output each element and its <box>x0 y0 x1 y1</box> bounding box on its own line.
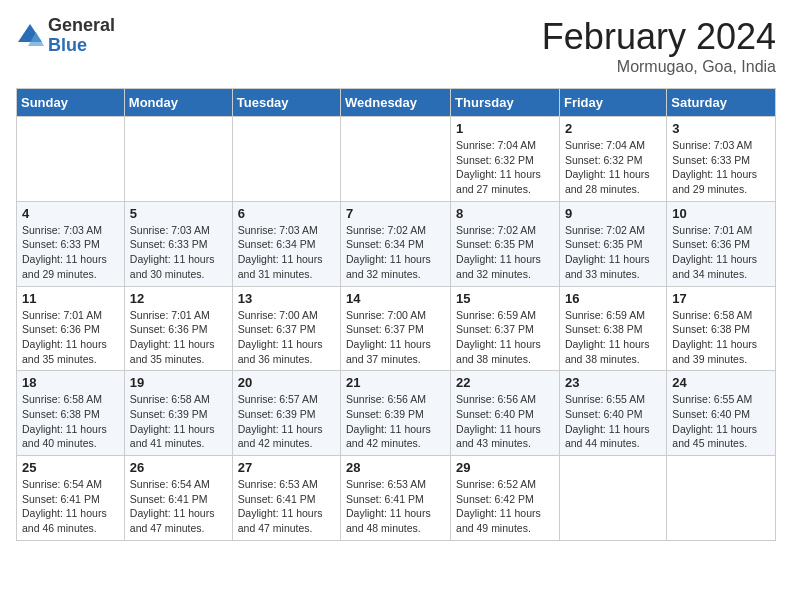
calendar-cell: 22Sunrise: 6:56 AMSunset: 6:40 PMDayligh… <box>451 371 560 456</box>
day-number: 9 <box>565 206 661 221</box>
calendar-cell: 20Sunrise: 6:57 AMSunset: 6:39 PMDayligh… <box>232 371 340 456</box>
day-info: Sunrise: 7:02 AMSunset: 6:35 PMDaylight:… <box>565 223 661 282</box>
calendar-cell: 25Sunrise: 6:54 AMSunset: 6:41 PMDayligh… <box>17 456 125 541</box>
day-number: 14 <box>346 291 445 306</box>
day-number: 26 <box>130 460 227 475</box>
calendar-cell: 8Sunrise: 7:02 AMSunset: 6:35 PMDaylight… <box>451 201 560 286</box>
calendar-cell <box>341 117 451 202</box>
day-info: Sunrise: 6:59 AMSunset: 6:38 PMDaylight:… <box>565 308 661 367</box>
logo-general: General <box>48 16 115 36</box>
day-number: 12 <box>130 291 227 306</box>
day-info: Sunrise: 6:53 AMSunset: 6:41 PMDaylight:… <box>238 477 335 536</box>
day-number: 5 <box>130 206 227 221</box>
day-info: Sunrise: 6:56 AMSunset: 6:40 PMDaylight:… <box>456 392 554 451</box>
day-info: Sunrise: 6:54 AMSunset: 6:41 PMDaylight:… <box>22 477 119 536</box>
day-number: 1 <box>456 121 554 136</box>
calendar-cell <box>17 117 125 202</box>
calendar-cell: 24Sunrise: 6:55 AMSunset: 6:40 PMDayligh… <box>667 371 776 456</box>
day-info: Sunrise: 7:03 AMSunset: 6:33 PMDaylight:… <box>130 223 227 282</box>
calendar-week-row: 11Sunrise: 7:01 AMSunset: 6:36 PMDayligh… <box>17 286 776 371</box>
day-info: Sunrise: 6:54 AMSunset: 6:41 PMDaylight:… <box>130 477 227 536</box>
day-number: 19 <box>130 375 227 390</box>
weekday-header-thursday: Thursday <box>451 89 560 117</box>
day-info: Sunrise: 6:57 AMSunset: 6:39 PMDaylight:… <box>238 392 335 451</box>
calendar-cell: 12Sunrise: 7:01 AMSunset: 6:36 PMDayligh… <box>124 286 232 371</box>
calendar-cell: 6Sunrise: 7:03 AMSunset: 6:34 PMDaylight… <box>232 201 340 286</box>
calendar-cell <box>232 117 340 202</box>
day-number: 3 <box>672 121 770 136</box>
day-number: 6 <box>238 206 335 221</box>
calendar-cell <box>559 456 666 541</box>
logo: General Blue <box>16 16 115 56</box>
day-info: Sunrise: 6:56 AMSunset: 6:39 PMDaylight:… <box>346 392 445 451</box>
day-number: 24 <box>672 375 770 390</box>
logo-blue: Blue <box>48 36 115 56</box>
day-info: Sunrise: 7:00 AMSunset: 6:37 PMDaylight:… <box>238 308 335 367</box>
day-info: Sunrise: 6:58 AMSunset: 6:39 PMDaylight:… <box>130 392 227 451</box>
weekday-header-friday: Friday <box>559 89 666 117</box>
calendar-cell: 4Sunrise: 7:03 AMSunset: 6:33 PMDaylight… <box>17 201 125 286</box>
calendar-cell: 1Sunrise: 7:04 AMSunset: 6:32 PMDaylight… <box>451 117 560 202</box>
day-number: 27 <box>238 460 335 475</box>
day-info: Sunrise: 7:01 AMSunset: 6:36 PMDaylight:… <box>672 223 770 282</box>
day-info: Sunrise: 7:01 AMSunset: 6:36 PMDaylight:… <box>22 308 119 367</box>
calendar-week-row: 4Sunrise: 7:03 AMSunset: 6:33 PMDaylight… <box>17 201 776 286</box>
weekday-header-saturday: Saturday <box>667 89 776 117</box>
weekday-header-tuesday: Tuesday <box>232 89 340 117</box>
day-info: Sunrise: 7:00 AMSunset: 6:37 PMDaylight:… <box>346 308 445 367</box>
calendar-week-row: 1Sunrise: 7:04 AMSunset: 6:32 PMDaylight… <box>17 117 776 202</box>
day-info: Sunrise: 6:53 AMSunset: 6:41 PMDaylight:… <box>346 477 445 536</box>
day-number: 10 <box>672 206 770 221</box>
day-number: 2 <box>565 121 661 136</box>
day-info: Sunrise: 6:58 AMSunset: 6:38 PMDaylight:… <box>672 308 770 367</box>
day-number: 25 <box>22 460 119 475</box>
day-number: 21 <box>346 375 445 390</box>
day-number: 4 <box>22 206 119 221</box>
day-info: Sunrise: 6:59 AMSunset: 6:37 PMDaylight:… <box>456 308 554 367</box>
calendar-cell: 15Sunrise: 6:59 AMSunset: 6:37 PMDayligh… <box>451 286 560 371</box>
day-number: 16 <box>565 291 661 306</box>
day-number: 29 <box>456 460 554 475</box>
day-number: 28 <box>346 460 445 475</box>
calendar-cell: 3Sunrise: 7:03 AMSunset: 6:33 PMDaylight… <box>667 117 776 202</box>
title-block: February 2024 Mormugao, Goa, India <box>542 16 776 76</box>
day-info: Sunrise: 7:03 AMSunset: 6:34 PMDaylight:… <box>238 223 335 282</box>
day-number: 22 <box>456 375 554 390</box>
calendar-cell: 29Sunrise: 6:52 AMSunset: 6:42 PMDayligh… <box>451 456 560 541</box>
day-info: Sunrise: 7:03 AMSunset: 6:33 PMDaylight:… <box>672 138 770 197</box>
day-number: 15 <box>456 291 554 306</box>
calendar-cell: 11Sunrise: 7:01 AMSunset: 6:36 PMDayligh… <box>17 286 125 371</box>
day-number: 18 <box>22 375 119 390</box>
calendar-subtitle: Mormugao, Goa, India <box>542 58 776 76</box>
weekday-header-sunday: Sunday <box>17 89 125 117</box>
day-info: Sunrise: 6:55 AMSunset: 6:40 PMDaylight:… <box>672 392 770 451</box>
calendar-cell: 16Sunrise: 6:59 AMSunset: 6:38 PMDayligh… <box>559 286 666 371</box>
calendar-table: SundayMondayTuesdayWednesdayThursdayFrid… <box>16 88 776 541</box>
calendar-title: February 2024 <box>542 16 776 58</box>
calendar-cell: 2Sunrise: 7:04 AMSunset: 6:32 PMDaylight… <box>559 117 666 202</box>
weekday-header-wednesday: Wednesday <box>341 89 451 117</box>
day-number: 11 <box>22 291 119 306</box>
calendar-cell: 19Sunrise: 6:58 AMSunset: 6:39 PMDayligh… <box>124 371 232 456</box>
calendar-cell: 14Sunrise: 7:00 AMSunset: 6:37 PMDayligh… <box>341 286 451 371</box>
day-info: Sunrise: 6:52 AMSunset: 6:42 PMDaylight:… <box>456 477 554 536</box>
day-info: Sunrise: 7:04 AMSunset: 6:32 PMDaylight:… <box>565 138 661 197</box>
day-number: 7 <box>346 206 445 221</box>
calendar-cell: 26Sunrise: 6:54 AMSunset: 6:41 PMDayligh… <box>124 456 232 541</box>
day-number: 23 <box>565 375 661 390</box>
calendar-cell <box>667 456 776 541</box>
calendar-cell: 23Sunrise: 6:55 AMSunset: 6:40 PMDayligh… <box>559 371 666 456</box>
calendar-cell <box>124 117 232 202</box>
day-number: 20 <box>238 375 335 390</box>
calendar-cell: 5Sunrise: 7:03 AMSunset: 6:33 PMDaylight… <box>124 201 232 286</box>
day-info: Sunrise: 6:58 AMSunset: 6:38 PMDaylight:… <box>22 392 119 451</box>
day-number: 8 <box>456 206 554 221</box>
weekday-header-row: SundayMondayTuesdayWednesdayThursdayFrid… <box>17 89 776 117</box>
weekday-header-monday: Monday <box>124 89 232 117</box>
day-info: Sunrise: 7:01 AMSunset: 6:36 PMDaylight:… <box>130 308 227 367</box>
day-info: Sunrise: 7:03 AMSunset: 6:33 PMDaylight:… <box>22 223 119 282</box>
calendar-week-row: 25Sunrise: 6:54 AMSunset: 6:41 PMDayligh… <box>17 456 776 541</box>
day-number: 13 <box>238 291 335 306</box>
page-header: General Blue February 2024 Mormugao, Goa… <box>16 16 776 76</box>
logo-icon <box>16 22 44 50</box>
